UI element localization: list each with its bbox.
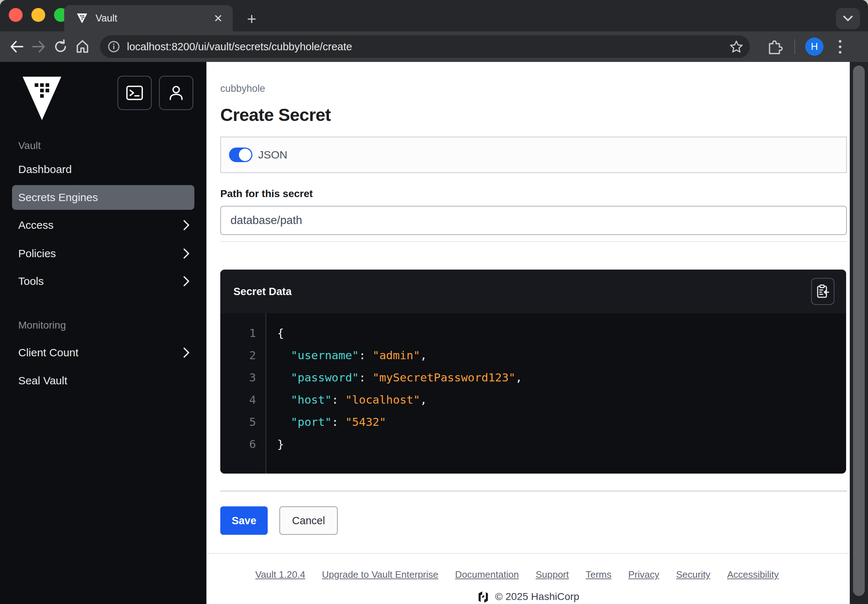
sidebar-section-monitoring: Monitoring xyxy=(18,320,66,331)
window-controls xyxy=(9,8,68,22)
code-line[interactable]: } xyxy=(277,433,846,456)
scrollbar-thumb[interactable] xyxy=(853,66,865,596)
tab-search-button[interactable] xyxy=(836,8,860,29)
sidebar-item-dashboard[interactable]: Dashboard xyxy=(0,156,206,183)
actions-divider xyxy=(220,491,847,491)
save-button[interactable]: Save xyxy=(220,507,268,535)
secret-data-panel: Secret Data 123456 { "username": "admin"… xyxy=(220,270,846,474)
reload-button[interactable] xyxy=(50,36,71,57)
page-scrollbar[interactable] xyxy=(850,62,868,604)
chevron-right-icon xyxy=(183,220,190,230)
sidebar-item-access[interactable]: Access xyxy=(0,211,206,239)
chevron-right-icon xyxy=(183,248,190,259)
user-menu-button[interactable] xyxy=(159,76,193,110)
footer-link-upgrade[interactable]: Upgrade to Vault Enterprise xyxy=(322,569,439,580)
toolbar-divider xyxy=(794,39,795,54)
vault-favicon-icon xyxy=(76,12,88,25)
browser-window: Vault ✕ + localhost:8200/ui/vault/secret… xyxy=(0,0,868,604)
code-line[interactable]: { xyxy=(277,322,846,344)
minimize-window-button[interactable] xyxy=(31,8,45,22)
sidebar-item-seal-vault[interactable]: Seal Vault xyxy=(0,367,206,394)
code-line[interactable]: "port": "5432" xyxy=(277,411,846,433)
close-tab-icon[interactable]: ✕ xyxy=(210,10,226,26)
footer-link-terms[interactable]: Terms xyxy=(586,569,612,580)
sidebar-item-policies[interactable]: Policies xyxy=(0,240,206,267)
json-toggle-label: JSON xyxy=(258,148,287,161)
footer-link-accessibility[interactable]: Accessibility xyxy=(727,569,779,580)
browser-menu-button[interactable] xyxy=(830,37,850,56)
code-lines[interactable]: { "username": "admin", "password": "mySe… xyxy=(266,313,846,474)
puzzle-icon xyxy=(767,39,783,55)
sidebar-item-client-count[interactable]: Client Count xyxy=(0,339,206,366)
profile-avatar[interactable]: H xyxy=(805,37,823,56)
path-input[interactable] xyxy=(220,206,847,235)
line-number: 2 xyxy=(220,344,256,366)
home-icon xyxy=(75,39,90,54)
footer-link-security[interactable]: Security xyxy=(676,569,710,580)
reload-icon xyxy=(53,39,68,54)
sidebar-item-tools[interactable]: Tools xyxy=(0,267,206,295)
back-button[interactable] xyxy=(6,36,28,57)
footer-link-documentation[interactable]: Documentation xyxy=(455,569,519,580)
breadcrumb[interactable]: cubbyhole xyxy=(220,83,265,94)
bookmark-star-icon[interactable] xyxy=(727,37,746,56)
chevron-right-icon xyxy=(183,347,190,358)
person-icon xyxy=(167,83,186,102)
back-arrow-icon xyxy=(9,40,24,53)
forward-arrow-icon xyxy=(31,40,46,53)
cancel-button[interactable]: Cancel xyxy=(279,507,338,535)
line-number: 4 xyxy=(220,389,256,411)
clipboard-paste-icon xyxy=(816,284,829,299)
section-divider xyxy=(220,241,847,242)
terminal-icon xyxy=(125,83,144,102)
paste-from-clipboard-button[interactable] xyxy=(811,278,834,305)
tab-title: Vault xyxy=(96,13,210,24)
footer-link-support[interactable]: Support xyxy=(536,569,569,580)
footer-link-privacy[interactable]: Privacy xyxy=(628,569,659,580)
editor-gutter: 123456 xyxy=(220,313,266,474)
path-field-label: Path for this secret xyxy=(220,188,313,199)
page-content: Vault Dashboard Secrets Engines Access P… xyxy=(0,62,868,604)
new-tab-button[interactable]: + xyxy=(242,9,262,29)
page-title: Create Secret xyxy=(220,105,331,125)
browser-toolbar: localhost:8200/ui/vault/secrets/cubbyhol… xyxy=(0,31,868,62)
vault-sidebar: Vault Dashboard Secrets Engines Access P… xyxy=(0,62,206,604)
json-toggle-panel: JSON xyxy=(220,137,847,173)
line-number: 6 xyxy=(220,433,256,456)
address-bar[interactable]: localhost:8200/ui/vault/secrets/cubbyhol… xyxy=(100,36,750,58)
line-number: 1 xyxy=(220,322,256,344)
chevron-down-icon xyxy=(842,15,853,22)
code-line[interactable]: "username": "admin", xyxy=(277,344,846,366)
secret-data-header: Secret Data xyxy=(220,270,846,313)
sidebar-item-secrets-engines[interactable]: Secrets Engines xyxy=(12,185,194,210)
hashicorp-logo-icon xyxy=(477,591,490,603)
line-number: 3 xyxy=(220,366,256,389)
json-editor[interactable]: 123456 { "username": "admin", "password"… xyxy=(220,313,846,474)
toggle-knob xyxy=(239,148,251,161)
tab-strip: Vault ✕ + xyxy=(0,0,868,31)
copyright-text: © 2025 HashiCorp xyxy=(495,591,580,602)
sidebar-app-label: Vault xyxy=(18,140,41,151)
footer-links: Vault 1.20.4 Upgrade to Vault Enterprise… xyxy=(206,554,850,580)
code-line[interactable]: "password": "mySecretPassword123", xyxy=(277,366,846,389)
forward-button[interactable] xyxy=(28,36,50,57)
page-footer: Vault 1.20.4 Upgrade to Vault Enterprise… xyxy=(206,553,850,580)
close-window-button[interactable] xyxy=(9,8,23,22)
secret-data-title: Secret Data xyxy=(233,286,292,298)
site-info-icon[interactable] xyxy=(105,38,122,56)
web-cli-button[interactable] xyxy=(118,76,152,110)
url-text[interactable]: localhost:8200/ui/vault/secrets/cubbyhol… xyxy=(127,41,727,53)
main-content: cubbyhole Create Secret JSON Path for th… xyxy=(206,62,850,604)
footer-link-version[interactable]: Vault 1.20.4 xyxy=(255,569,305,580)
browser-tab-vault[interactable]: Vault ✕ xyxy=(64,5,232,31)
vault-logo-icon xyxy=(23,77,61,120)
copyright-row: © 2025 HashiCorp xyxy=(206,591,850,603)
json-toggle[interactable] xyxy=(229,148,253,162)
chevron-right-icon xyxy=(183,276,190,287)
code-line[interactable]: "host": "localhost", xyxy=(277,389,846,411)
extensions-button[interactable] xyxy=(764,36,785,57)
home-button[interactable] xyxy=(71,36,93,57)
line-number: 5 xyxy=(220,411,256,433)
